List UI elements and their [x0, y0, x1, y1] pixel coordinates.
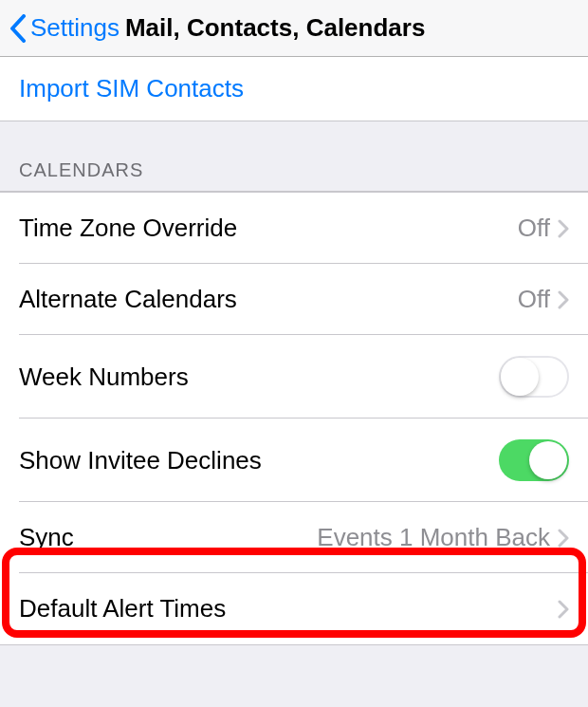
time-zone-override-value: Off	[237, 214, 550, 243]
week-numbers-cell[interactable]: Week Numbers	[0, 335, 588, 419]
page-title: Mail, Contacts, Calendars	[125, 13, 425, 42]
toggle-knob	[501, 358, 539, 396]
chevron-right-icon	[558, 290, 569, 309]
show-invitee-declines-toggle[interactable]	[499, 439, 569, 481]
chevron-left-icon	[9, 14, 27, 43]
sync-label: Sync	[19, 523, 74, 552]
back-button[interactable]: Settings	[9, 13, 119, 43]
sync-cell[interactable]: Sync Events 1 Month Back	[0, 502, 588, 573]
week-numbers-toggle[interactable]	[499, 356, 569, 398]
calendars-section-header: CALENDARS	[0, 121, 588, 192]
default-alert-times-label: Default Alert Times	[19, 594, 226, 623]
time-zone-override-label: Time Zone Override	[19, 214, 237, 243]
show-invitee-declines-label: Show Invitee Declines	[19, 446, 262, 475]
chevron-right-icon	[558, 529, 569, 548]
alternate-calendars-label: Alternate Calendars	[19, 285, 237, 314]
chevron-right-icon	[558, 600, 569, 619]
time-zone-override-cell[interactable]: Time Zone Override Off	[0, 192, 588, 264]
toggle-knob	[529, 441, 567, 479]
back-label: Settings	[30, 13, 119, 43]
sync-value: Events 1 Month Back	[74, 523, 550, 552]
show-invitee-declines-cell[interactable]: Show Invitee Declines	[0, 419, 588, 502]
alternate-calendars-value: Off	[237, 285, 550, 314]
default-alert-times-cell[interactable]: Default Alert Times	[0, 573, 588, 644]
import-sim-contacts-label: Import SIM Contacts	[19, 74, 244, 102]
calendars-cells: Time Zone Override Off Alternate Calenda…	[0, 192, 588, 645]
alternate-calendars-cell[interactable]: Alternate Calendars Off	[0, 264, 588, 335]
import-sim-contacts-row[interactable]: Import SIM Contacts	[0, 57, 588, 121]
week-numbers-label: Week Numbers	[19, 363, 189, 392]
chevron-right-icon	[558, 219, 569, 238]
navigation-bar: Settings Mail, Contacts, Calendars	[0, 0, 588, 57]
